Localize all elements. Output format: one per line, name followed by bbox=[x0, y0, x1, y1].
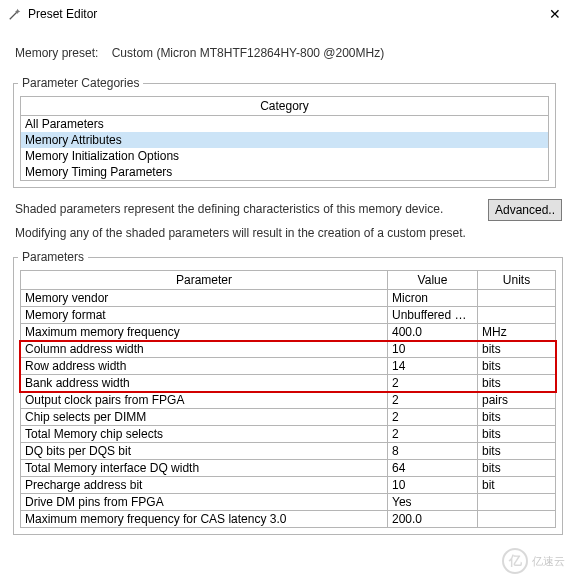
param-name-cell: Bank address width bbox=[20, 375, 388, 392]
table-row[interactable]: Row address width14bits bbox=[20, 358, 556, 375]
param-name-cell: Total Memory interface DQ width bbox=[20, 460, 388, 477]
param-units-cell: bits bbox=[478, 409, 556, 426]
category-header: Category bbox=[20, 96, 549, 116]
param-value-cell: 2 bbox=[388, 375, 478, 392]
parameter-categories-group: Parameter Categories Category All Parame… bbox=[13, 76, 556, 188]
info-block: Shaded parameters represent the defining… bbox=[15, 202, 556, 240]
param-name-cell: Maximum memory frequency bbox=[20, 324, 388, 341]
param-units-cell: bits bbox=[478, 460, 556, 477]
svg-line-0 bbox=[10, 12, 17, 19]
category-row[interactable]: Memory Initialization Options bbox=[21, 148, 548, 164]
wand-icon bbox=[8, 7, 22, 21]
table-row[interactable]: Bank address width2bits bbox=[20, 375, 556, 392]
param-value-cell: Yes bbox=[388, 494, 478, 511]
parameters-rows: Memory vendorMicronMemory formatUnbuffer… bbox=[20, 290, 556, 528]
category-row[interactable]: Memory Timing Parameters bbox=[21, 164, 548, 180]
parameters-group: Parameters Parameter Value Units Memory … bbox=[13, 250, 563, 535]
parameters-header-row: Parameter Value Units bbox=[20, 270, 556, 290]
col-header-parameter[interactable]: Parameter bbox=[20, 270, 388, 290]
param-value-cell: 10 bbox=[388, 477, 478, 494]
param-name-cell: Total Memory chip selects bbox=[20, 426, 388, 443]
table-row[interactable]: Maximum memory frequency400.0MHz bbox=[20, 324, 556, 341]
param-name-cell: Memory format bbox=[20, 307, 388, 324]
param-value-cell: 400.0 bbox=[388, 324, 478, 341]
param-name-cell: Memory vendor bbox=[20, 290, 388, 307]
table-row[interactable]: Output clock pairs from FPGA2pairs bbox=[20, 392, 556, 409]
param-units-cell bbox=[478, 290, 556, 307]
param-units-cell: MHz bbox=[478, 324, 556, 341]
param-units-cell: bit bbox=[478, 477, 556, 494]
table-row[interactable]: Precharge address bit10bit bbox=[20, 477, 556, 494]
table-row[interactable]: DQ bits per DQS bit8bits bbox=[20, 443, 556, 460]
param-name-cell: Output clock pairs from FPGA bbox=[20, 392, 388, 409]
parameter-categories-legend: Parameter Categories bbox=[18, 76, 143, 90]
param-value-cell: Micron bbox=[388, 290, 478, 307]
memory-preset-line: Memory preset: Custom (Micron MT8HTF1286… bbox=[15, 46, 556, 60]
param-units-cell: bits bbox=[478, 375, 556, 392]
memory-preset-label: Memory preset: bbox=[15, 46, 98, 60]
info-line-2: Modifying any of the shaded parameters w… bbox=[15, 226, 556, 240]
category-row[interactable]: Memory Attributes bbox=[21, 132, 548, 148]
table-row[interactable]: Memory formatUnbuffered DI... bbox=[20, 307, 556, 324]
param-value-cell: 2 bbox=[388, 426, 478, 443]
param-units-cell: pairs bbox=[478, 392, 556, 409]
category-list[interactable]: All ParametersMemory AttributesMemory In… bbox=[20, 116, 549, 181]
param-units-cell bbox=[478, 307, 556, 324]
table-row[interactable]: Chip selects per DIMM2bits bbox=[20, 409, 556, 426]
param-units-cell bbox=[478, 494, 556, 511]
table-row[interactable]: Total Memory interface DQ width64bits bbox=[20, 460, 556, 477]
param-units-cell: bits bbox=[478, 341, 556, 358]
param-name-cell: Drive DM pins from FPGA bbox=[20, 494, 388, 511]
titlebar: Preset Editor ✕ bbox=[0, 0, 571, 32]
param-value-cell: 10 bbox=[388, 341, 478, 358]
param-name-cell: Precharge address bit bbox=[20, 477, 388, 494]
table-row[interactable]: Memory vendorMicron bbox=[20, 290, 556, 307]
close-icon[interactable]: ✕ bbox=[549, 6, 561, 22]
table-row[interactable]: Maximum memory frequency for CAS latency… bbox=[20, 511, 556, 528]
parameters-legend: Parameters bbox=[18, 250, 88, 264]
table-row[interactable]: Column address width10bits bbox=[20, 341, 556, 358]
param-name-cell: Chip selects per DIMM bbox=[20, 409, 388, 426]
param-name-cell: Maximum memory frequency for CAS latency… bbox=[20, 511, 388, 528]
param-units-cell: bits bbox=[478, 426, 556, 443]
highlighted-rows: Column address width10bitsRow address wi… bbox=[20, 341, 556, 392]
param-units-cell: bits bbox=[478, 358, 556, 375]
param-value-cell: 8 bbox=[388, 443, 478, 460]
col-header-value[interactable]: Value bbox=[388, 270, 478, 290]
memory-preset-value: Custom (Micron MT8HTF12864HY-800 @200MHz… bbox=[112, 46, 385, 60]
param-value-cell: 2 bbox=[388, 409, 478, 426]
table-row[interactable]: Total Memory chip selects2bits bbox=[20, 426, 556, 443]
param-value-cell: 200.0 bbox=[388, 511, 478, 528]
param-value-cell: 64 bbox=[388, 460, 478, 477]
info-line-1: Shaded parameters represent the defining… bbox=[15, 202, 556, 216]
category-row[interactable]: All Parameters bbox=[21, 116, 548, 132]
table-row[interactable]: Drive DM pins from FPGAYes bbox=[20, 494, 556, 511]
param-value-cell: 2 bbox=[388, 392, 478, 409]
advanced-button[interactable]: Advanced.. bbox=[488, 199, 562, 221]
param-name-cell: Row address width bbox=[20, 358, 388, 375]
param-name-cell: Column address width bbox=[20, 341, 388, 358]
col-header-units[interactable]: Units bbox=[478, 270, 556, 290]
param-units-cell: bits bbox=[478, 443, 556, 460]
param-units-cell bbox=[478, 511, 556, 528]
param-value-cell: 14 bbox=[388, 358, 478, 375]
param-value-cell: Unbuffered DI... bbox=[388, 307, 478, 324]
param-name-cell: DQ bits per DQS bit bbox=[20, 443, 388, 460]
window-title: Preset Editor bbox=[28, 7, 97, 21]
